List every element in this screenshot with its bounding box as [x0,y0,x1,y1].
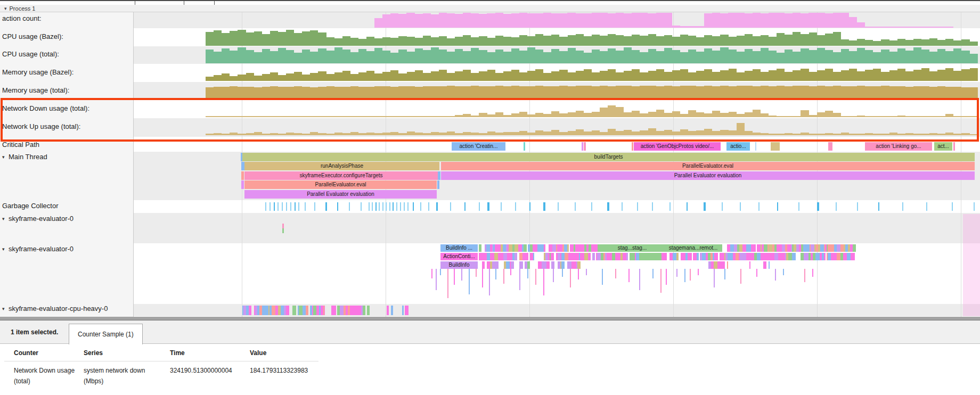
trace-slice[interactable] [333,306,336,315]
trace-slice[interactable] [510,269,511,275]
trace-slice[interactable] [577,261,581,269]
trace-slice[interactable] [538,261,542,269]
sidebar-item-skyframe-evaluator-cpu-heavy-0[interactable]: ▾skyframe-evaluator-cpu-heavy-0 [2,305,108,312]
trace-slice[interactable] [714,261,717,269]
gc-slice[interactable] [270,202,271,211]
gc-slice[interactable] [337,202,338,211]
collapse-arrow-icon[interactable]: ▾ [2,306,9,311]
gc-slice[interactable] [515,202,516,211]
trace-slice[interactable] [324,306,325,315]
trace-slice[interactable] [524,142,525,151]
trace-slice[interactable] [306,306,308,315]
gc-slice[interactable] [836,202,837,211]
trace-slice[interactable] [552,244,556,252]
trace-slice[interactable] [519,269,520,290]
trace-slice[interactable] [847,253,851,260]
gc-slice[interactable] [265,202,266,211]
trace-slice[interactable] [729,253,733,260]
trace-slice[interactable] [272,306,275,315]
trace-slice[interactable] [494,253,498,260]
trace-slice[interactable] [543,269,544,295]
trace-slice[interactable] [440,269,441,275]
trace-slice[interactable] [461,269,462,281]
trace-slice[interactable] [241,171,244,180]
trace-slice[interactable] [597,253,601,260]
trace-slice[interactable] [684,269,685,282]
trace-slice[interactable] [367,306,370,315]
trace-slice[interactable] [632,142,633,151]
trace-slice[interactable]: stag...stag... [600,244,664,252]
trace-slice[interactable] [503,269,504,284]
gc-slice[interactable] [428,202,429,211]
trace-slice[interactable] [792,253,796,260]
trace-slice[interactable] [489,269,490,295]
trace-slice[interactable] [431,269,432,278]
trace-slice[interactable] [476,269,477,277]
trace-slice[interactable] [514,253,517,260]
trace-slice[interactable] [495,261,499,269]
trace-slice[interactable] [387,306,389,315]
trace-slice[interactable] [820,244,824,252]
trace-slice[interactable] [788,253,792,260]
trace-slice[interactable] [551,261,554,269]
trace-slice[interactable] [299,306,303,315]
trace-slice[interactable] [526,253,528,260]
gc-slice[interactable] [501,202,502,211]
gc-slice[interactable] [290,202,291,211]
trace-slice[interactable] [578,269,579,279]
trace-slice[interactable] [804,269,805,282]
trace-slice[interactable] [292,306,296,315]
trace-slice[interactable] [639,253,662,260]
gc-slice[interactable] [382,202,383,211]
trace-slice[interactable] [340,306,344,315]
trace-slice[interactable] [665,253,667,260]
trace-slice[interactable] [660,269,662,293]
trace-slice[interactable] [855,244,856,252]
trace-slice[interactable]: action 'Linking go... [865,142,932,151]
trace-slice[interactable] [561,261,565,269]
trace-slice[interactable] [628,269,630,282]
trace-slice[interactable] [749,261,750,269]
trace-slice[interactable] [598,244,600,252]
trace-slice[interactable] [575,253,579,260]
counter-chart-net_up[interactable] [206,123,978,135]
trace-slice[interactable] [482,261,485,269]
trace-slice[interactable] [590,253,591,260]
gc-slice[interactable] [361,202,362,211]
gc-slice[interactable] [400,202,401,211]
counter-chart-action_count[interactable] [374,13,953,28]
trace-slice[interactable] [702,253,706,260]
trace-slice[interactable] [824,253,826,260]
trace-slice[interactable] [282,228,284,233]
trace-slice[interactable] [676,253,679,260]
trace-slice[interactable] [636,253,639,260]
trace-slice[interactable] [524,244,527,252]
gc-slice[interactable] [305,202,306,211]
trace-slice[interactable] [565,253,568,260]
counter-chart-mem_bazel[interactable] [206,68,978,81]
trace-slice[interactable] [438,171,440,180]
gc-slice[interactable] [902,202,903,211]
trace-slice[interactable] [495,269,496,279]
trace-slice[interactable] [742,253,746,260]
trace-slice[interactable] [570,269,571,287]
trace-slice[interactable] [602,269,603,285]
trace-slice[interactable] [553,269,554,282]
gc-slice[interactable] [274,202,275,211]
gc-slice[interactable] [372,202,373,211]
gc-slice[interactable] [607,202,609,211]
trace-slice[interactable] [727,261,728,269]
gc-slice[interactable] [479,202,480,211]
trace-slice[interactable]: act... [934,142,952,151]
trace-slice[interactable] [527,269,528,278]
gc-slice[interactable] [817,202,819,211]
trace-slice[interactable] [662,253,665,260]
trace-slice[interactable] [584,142,586,151]
trace-slice[interactable] [535,269,536,285]
trace-slice[interactable] [721,261,725,269]
sidebar-item-skyframe-evaluator-0[interactable]: ▾skyframe-evaluator-0 [2,245,74,253]
trace-slice[interactable]: actio... [726,142,750,151]
gc-slice[interactable] [652,202,653,211]
gc-slice[interactable] [314,202,315,211]
gc-slice[interactable] [926,202,927,211]
